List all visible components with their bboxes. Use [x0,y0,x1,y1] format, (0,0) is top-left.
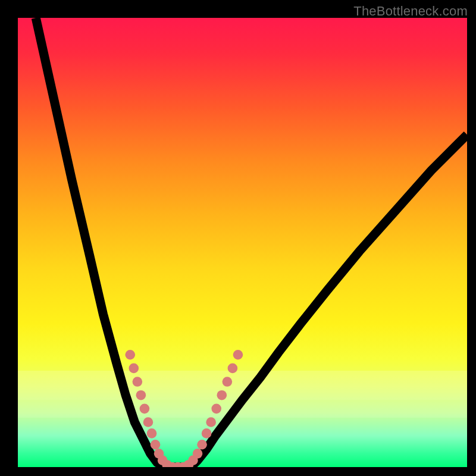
highlight-dots-group [125,350,243,467]
highlight-dot [228,364,238,374]
watermark-text: TheBottleneck.com [353,4,468,19]
highlight-dot [223,377,233,387]
highlight-dot [125,350,135,360]
highlight-dot [217,390,227,400]
bottleneck-curve [36,18,467,467]
curve-svg [18,18,467,467]
highlight-dot [133,377,143,387]
highlight-dot [206,417,216,427]
highlight-dot [211,404,221,414]
chart-frame: TheBottleneck.com [0,0,476,476]
highlight-dot [197,440,207,450]
plot-area [18,18,467,467]
highlight-dot [140,404,150,414]
highlight-dot [136,390,146,400]
highlight-dot [233,350,243,360]
highlight-dot [193,449,203,459]
highlight-dot [151,440,161,450]
highlight-dot [202,428,212,439]
highlight-dot [129,364,139,374]
highlight-dot [143,417,154,427]
highlight-dot [147,428,157,439]
